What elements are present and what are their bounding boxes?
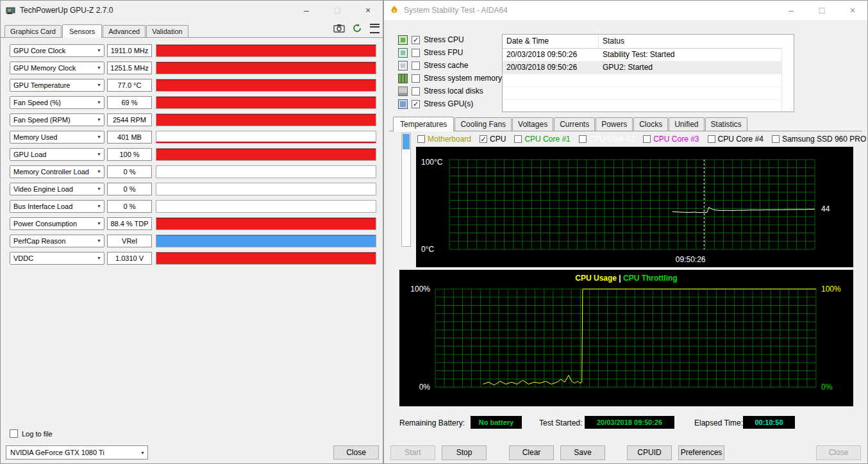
- gpuz-tab-validation[interactable]: Validation: [146, 25, 188, 37]
- stress-checkbox[interactable]: ✓: [412, 36, 420, 44]
- sensor-label: Video Engine Load: [13, 185, 73, 193]
- sensor-row-fan-speed-rpm: Fan Speed (RPM)▼2544 RPM: [1, 113, 383, 128]
- close-button[interactable]: Close: [816, 445, 861, 460]
- stress-option-label: Stress FPU: [424, 48, 463, 57]
- sensor-select[interactable]: PerfCap Reason▼: [10, 235, 104, 247]
- table-row[interactable]: 20/03/2018 09:50:26Stability Test: Start…: [503, 49, 794, 62]
- sensor-select[interactable]: Bus Interface Load▼: [10, 200, 104, 213]
- sensor-select[interactable]: GPU Memory Clock▼: [10, 62, 104, 74]
- sensor-select[interactable]: Power Consumption▼: [10, 217, 104, 230]
- svg-text:0°C: 0°C: [421, 245, 434, 254]
- table-cell: 20/03/2018 09:50:26: [503, 62, 599, 74]
- stress-checkbox[interactable]: [412, 87, 420, 95]
- chevron-down-icon: ▼: [97, 184, 101, 194]
- stress-checkbox[interactable]: ✓: [412, 100, 420, 108]
- sensor-value: 1.0310 V: [107, 252, 152, 265]
- stress-option-stress-gpu-s: ✓Stress GPU(s): [398, 99, 473, 109]
- stress-option-stress-system-memory: Stress system memory: [398, 73, 502, 83]
- gpu-stress-icon: [398, 99, 408, 109]
- sensor-select[interactable]: Memory Controller Load▼: [10, 165, 104, 178]
- cpuid-button[interactable]: CPUID: [627, 445, 672, 460]
- stress-option-stress-local-disks: Stress local disks: [398, 86, 483, 96]
- gpuz-window-title: TechPowerUp GPU-Z 2.7.0: [20, 6, 113, 15]
- stress-option-stress-cache: Stress cache: [398, 60, 468, 70]
- sensor-label: Bus Interface Load: [13, 203, 72, 210]
- gpuz-tab-graphics-card[interactable]: Graphics Card: [4, 25, 62, 37]
- close-icon[interactable]: ×: [360, 2, 376, 19]
- sensor-select[interactable]: Fan Speed (%)▼: [10, 96, 104, 109]
- preferences-button[interactable]: Preferences: [678, 445, 724, 460]
- sensor-row-perfcap-reason: PerfCap Reason▼VRel: [1, 235, 383, 249]
- gpuz-close-button[interactable]: Close: [333, 445, 379, 460]
- tab-statistics[interactable]: Statistics: [705, 117, 747, 131]
- sensor-select[interactable]: Memory Used▼: [10, 131, 104, 144]
- legend-checkbox[interactable]: [579, 135, 587, 143]
- menu-hamburger-icon[interactable]: [367, 22, 381, 35]
- svg-text:100%: 100%: [410, 285, 430, 294]
- tab-voltages[interactable]: Voltages: [512, 117, 553, 131]
- minimize-icon[interactable]: –: [783, 2, 799, 19]
- sensor-row-gpu-memory-clock: GPU Memory Clock▼1251.5 MHz: [1, 62, 383, 76]
- chevron-down-icon: ▼: [97, 80, 101, 90]
- sensor-select[interactable]: Fan Speed (RPM)▼: [10, 113, 104, 126]
- tab-temperatures[interactable]: Temperatures: [393, 117, 454, 131]
- table-row[interactable]: [503, 100, 794, 112]
- tab-powers[interactable]: Powers: [596, 117, 633, 131]
- sensor-graph: [156, 183, 376, 195]
- sensor-legend: Motherboard✓CPUCPU Core #1CPU Core #2CPU…: [417, 135, 868, 144]
- table-row[interactable]: 20/03/2018 09:50:26GPU2: Started: [503, 62, 794, 74]
- sensor-graph: [156, 200, 376, 213]
- chevron-down-icon: ▼: [97, 97, 101, 108]
- stress-checkbox[interactable]: [412, 49, 420, 57]
- sensor-select[interactable]: GPU Core Clock▼: [10, 44, 104, 57]
- table-cell: [599, 87, 606, 99]
- tab-cooling-fans[interactable]: Cooling Fans: [455, 117, 512, 131]
- legend-checkbox[interactable]: [772, 135, 780, 143]
- maximize-icon[interactable]: □: [814, 2, 830, 19]
- legend-item-cpu: ✓CPU: [480, 135, 506, 144]
- legend-checkbox[interactable]: [417, 135, 425, 143]
- memory-stress-icon: [398, 74, 408, 83]
- stress-checkbox[interactable]: [412, 62, 420, 70]
- tab-unified[interactable]: Unified: [669, 117, 704, 131]
- sensor-graph: [156, 96, 376, 109]
- screenshot-camera-icon[interactable]: [332, 22, 346, 35]
- sensor-row-gpu-load: GPU Load▼100 %: [1, 148, 383, 162]
- save-button[interactable]: Save: [560, 445, 605, 460]
- table-row[interactable]: [503, 74, 794, 87]
- minimize-icon[interactable]: –: [298, 2, 315, 19]
- clear-button[interactable]: Clear: [509, 445, 554, 460]
- sensor-select[interactable]: VDDC▼: [10, 252, 104, 265]
- sensor-row-gpu-core-clock: GPU Core Clock▼1911.0 MHz: [1, 44, 383, 58]
- sensor-row-memory-used: Memory Used▼401 MB: [1, 131, 383, 145]
- legend-checkbox[interactable]: [708, 135, 715, 143]
- legend-checkbox[interactable]: [514, 135, 522, 143]
- svg-text:0%: 0%: [419, 383, 431, 392]
- log-table-scrollbar[interactable]: [781, 48, 794, 112]
- sensor-graph: [156, 62, 376, 74]
- close-icon[interactable]: ×: [844, 2, 861, 19]
- table-row[interactable]: [503, 87, 794, 100]
- sensor-select[interactable]: GPU Temperature▼: [10, 79, 104, 92]
- gpuz-tab-advanced[interactable]: Advanced: [103, 25, 146, 37]
- legend-checkbox[interactable]: [643, 135, 651, 143]
- stop-button[interactable]: Stop: [442, 445, 487, 460]
- refresh-icon[interactable]: [350, 22, 364, 35]
- cpu-stress-icon: [398, 35, 408, 45]
- stress-checkbox[interactable]: [412, 74, 420, 83]
- sensor-graph: [156, 131, 376, 144]
- disk-stress-icon: [398, 87, 408, 96]
- legend-checkbox[interactable]: ✓: [480, 135, 487, 143]
- start-button[interactable]: Start: [390, 445, 435, 460]
- graph-scrollbar[interactable]: [401, 133, 411, 247]
- tab-clocks[interactable]: Clocks: [633, 117, 668, 131]
- sensor-select[interactable]: GPU Load▼: [10, 148, 104, 161]
- graph-scrollbar-thumb[interactable]: [403, 134, 410, 149]
- log-to-file-checkbox[interactable]: [10, 429, 18, 438]
- tab-currents[interactable]: Currents: [554, 117, 595, 131]
- sensor-graph-fill: [156, 149, 376, 160]
- legend-label: CPU Core #3: [653, 135, 699, 144]
- gpuz-tab-sensors[interactable]: Sensors: [62, 24, 102, 38]
- sensor-select[interactable]: Video Engine Load▼: [10, 183, 104, 195]
- gpu-device-select[interactable]: NVIDIA GeForce GTX 1080 Ti ▼: [6, 445, 148, 460]
